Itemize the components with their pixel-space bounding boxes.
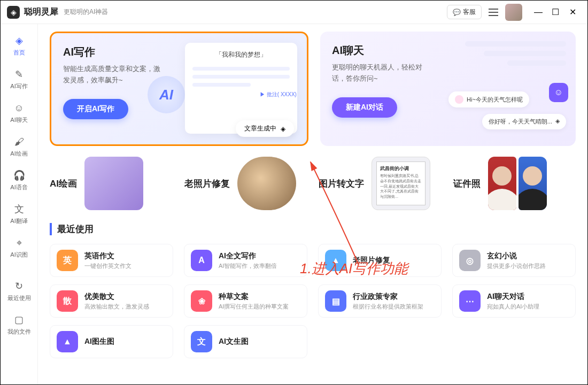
recent-title: AI图生图 xyxy=(84,337,114,346)
feature-id-photo[interactable]: 证件照 xyxy=(453,157,576,210)
headphone-icon: 🎧 xyxy=(12,168,26,182)
hero-ai-chat[interactable]: AI聊天 更聪明的聊天机器人，轻松对话，答你所问~ 新建AI对话 Hi~今天的天… xyxy=(320,32,576,146)
feature-title: 图片转文字 xyxy=(319,178,364,190)
scan-icon: ⌖ xyxy=(12,236,26,250)
ocr-sample-body: 有时候到重庆路买书,总会不自觉地跳武昌街去走一回,最近发现武昌街大大不同了,尤其… xyxy=(380,173,422,199)
recent-icon: ▲ xyxy=(325,250,346,271)
recent-card[interactable]: ◎玄幻小说提供更多小说创作思路 xyxy=(452,244,576,277)
sidebar-item-label: 首页 xyxy=(13,49,25,57)
feature-thumb xyxy=(237,157,296,210)
feature-thumb: 武昌街的小调有时候到重庆路买书,总会不自觉地跳武昌街去走一回,最近发现武昌街大大… xyxy=(372,157,430,210)
tiny-avatar-icon xyxy=(455,95,463,104)
sidebar-item-files[interactable]: ▢我的文件 xyxy=(3,309,35,340)
recent-grid: 英英语作文一键创作英文作文AAI全文写作AI智能写作，效率翻倍▲老照片修复◎玄幻… xyxy=(50,244,576,358)
sidebar-item-voice[interactable]: 🎧AI语音 xyxy=(3,164,35,196)
bubble-text: Hi~今天的天气怎样呢 xyxy=(467,96,523,104)
customer-service-button[interactable]: 💬 客服 xyxy=(447,5,482,19)
sidebar-item-home[interactable]: ◈首页 xyxy=(3,29,35,61)
recent-card[interactable]: ▲AI图生图 xyxy=(50,325,173,358)
sidebar-item-label: AI识图 xyxy=(10,251,27,259)
recent-title: 优美散文 xyxy=(84,292,149,302)
recent-sub: 一键创作英文作文 xyxy=(84,262,131,270)
feature-thumb xyxy=(84,157,143,210)
recent-icon: 英 xyxy=(57,250,78,271)
maximize-button[interactable]: ☐ xyxy=(547,4,564,21)
sidebar-item-label: 我的文件 xyxy=(7,328,31,336)
menu-icon[interactable] xyxy=(487,6,500,19)
sidebar: ◈首页 ✎AI写作 ☺AI聊天 🖌AI绘画 🎧AI语音 文AI翻译 ⌖AI识图 … xyxy=(1,24,38,384)
sidebar-item-label: AI语音 xyxy=(10,183,27,191)
hero-desc: 智能生成高质量文章和文案，激发灵感，效率飙升~ xyxy=(63,64,165,86)
recent-sub: 高效输出散文，激发灵感 xyxy=(84,303,149,311)
sidebar-item-label: AI翻译 xyxy=(10,217,27,225)
recent-icon: A xyxy=(191,250,212,271)
start-ai-write-button[interactable]: 开启AI写作 xyxy=(63,99,128,119)
close-button[interactable]: ✕ xyxy=(564,4,581,21)
home-icon: ◈ xyxy=(12,34,26,48)
recent-title: AI文生图 xyxy=(219,337,249,346)
feature-title: 老照片修复 xyxy=(184,178,230,190)
file-icon: ▢ xyxy=(12,313,26,327)
recent-title: 英语作文 xyxy=(84,251,131,261)
recent-sub: 宛如真人的AI小助理 xyxy=(487,303,539,311)
feather-icon: ✎ xyxy=(12,67,26,81)
mock-doc-title: 「我和我的梦想」 xyxy=(192,50,290,59)
feature-photo-restore[interactable]: 老照片修复 xyxy=(184,157,307,210)
app-name: 聪明灵犀 xyxy=(24,6,58,18)
recent-icon: ▤ xyxy=(325,290,346,312)
sidebar-item-write[interactable]: ✎AI写作 xyxy=(3,63,35,95)
recent-icon: 散 xyxy=(57,290,78,312)
sidebar-item-label: AI聊天 xyxy=(10,116,27,124)
gen-label: 文章生成中 xyxy=(244,124,276,133)
recent-sub: AI智能写作，效率翻倍 xyxy=(219,262,277,270)
sidebar-item-ocr[interactable]: ⌖AI识图 xyxy=(3,232,35,263)
logo-tiny-icon: ◈ xyxy=(555,118,560,126)
chat-icon: ☺ xyxy=(12,101,26,115)
feature-title: 证件照 xyxy=(453,178,481,190)
recent-card[interactable]: ▲老照片修复 xyxy=(318,244,442,277)
recent-icon: ◎ xyxy=(459,250,481,271)
clock-icon: ↻ xyxy=(12,279,26,293)
sidebar-item-label: AI写作 xyxy=(10,82,27,90)
logo-small-icon: ◈ xyxy=(281,125,285,133)
feature-thumb xyxy=(488,157,547,210)
recent-card[interactable]: ❀种草文案AI撰写任何主题的种草文案 xyxy=(184,284,307,318)
recent-title: 种草文案 xyxy=(219,292,289,302)
mock-annotation: ▶ 批注( XXXX) xyxy=(260,91,297,98)
sidebar-item-recent[interactable]: ↻最近使用 xyxy=(3,275,35,306)
chat-bubble-user: Hi~今天的天气怎样呢 xyxy=(448,91,529,107)
recent-card[interactable]: ⋯AI聊天对话宛如真人的AI小助理 xyxy=(452,284,576,318)
generating-chip: 文章生成中 ◈ xyxy=(236,120,294,137)
sidebar-item-draw[interactable]: 🖌AI绘画 xyxy=(3,130,35,162)
recent-card[interactable]: ▤行业政策专家根据行业名称提供政策框架 xyxy=(318,284,442,318)
recent-card[interactable]: 英英语作文一键创作英文作文 xyxy=(50,244,173,277)
translate-icon: 文 xyxy=(12,202,26,216)
recent-card[interactable]: 文AI文生图 xyxy=(184,325,307,358)
recent-card[interactable]: 散优美散文高效输出散文，激发灵感 xyxy=(50,284,173,318)
recent-card[interactable]: AAI全文写作AI智能写作，效率翻倍 xyxy=(184,244,307,277)
new-ai-chat-button[interactable]: 新建AI对话 xyxy=(332,97,397,118)
mock-chat: Hi~今天的天气怎样呢 你好呀，今天天气晴朗...◈ ☺ xyxy=(448,41,566,132)
recent-icon: ❀ xyxy=(191,290,212,312)
recent-title: 玄幻小说 xyxy=(487,251,546,261)
sidebar-item-label: AI绘画 xyxy=(10,150,27,158)
sidebar-item-chat[interactable]: ☺AI聊天 xyxy=(3,97,35,128)
sidebar-item-label: 最近使用 xyxy=(7,294,31,302)
chat-bubble-icon: 💬 xyxy=(453,9,461,16)
app-tagline: 更聪明的AI神器 xyxy=(64,7,108,17)
user-avatar[interactable] xyxy=(505,4,522,21)
app-logo-icon: ◈ xyxy=(7,6,20,19)
recent-title: AI全文写作 xyxy=(219,251,277,261)
recent-title: 老照片修复 xyxy=(353,256,390,265)
hero-ai-write[interactable]: AI写作 智能生成高质量文章和文案，激发灵感，效率飙升~ 开启AI写作 AI 「… xyxy=(50,32,308,146)
minimize-button[interactable]: — xyxy=(530,4,547,21)
feature-ocr[interactable]: 图片转文字武昌街的小调有时候到重庆路买书,总会不自觉地跳武昌街去走一回,最近发现… xyxy=(319,157,442,210)
feature-ai-draw[interactable]: AI绘画 xyxy=(50,157,173,210)
recent-sub: AI撰写任何主题的种草文案 xyxy=(219,303,289,311)
ocr-sample-title: 武昌街的小调 xyxy=(380,165,422,172)
ai-badge-icon: AI xyxy=(148,76,185,113)
bubble-text: 你好呀，今天天气晴朗... xyxy=(489,118,552,126)
chat-bubble-ai: 你好呀，今天天气晴朗...◈ xyxy=(482,114,566,129)
sidebar-item-translate[interactable]: 文AI翻译 xyxy=(3,198,35,229)
titlebar: ◈ 聪明灵犀 更聪明的AI神器 💬 客服 — ☐ ✕ xyxy=(1,1,587,24)
